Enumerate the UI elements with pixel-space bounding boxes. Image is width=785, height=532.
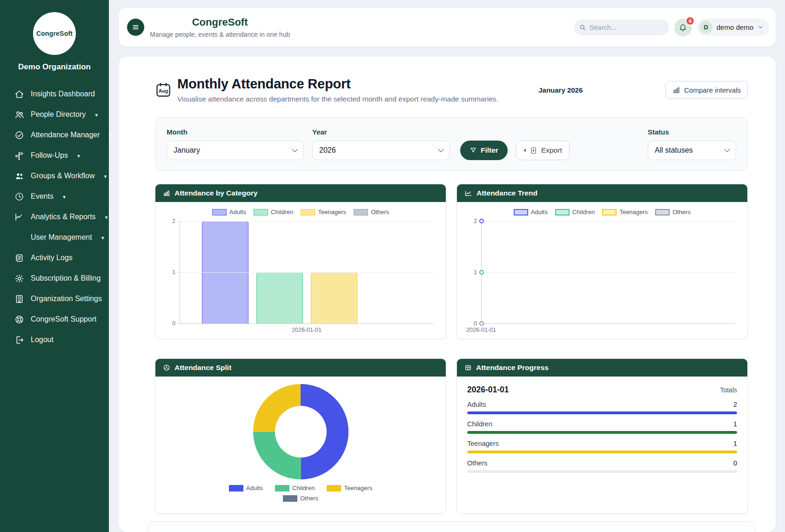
bar-teenagers bbox=[311, 272, 357, 323]
legend-item-children: Children bbox=[275, 485, 315, 492]
month-value: January bbox=[174, 146, 200, 155]
sidebar-item-logout[interactable]: Logout bbox=[0, 330, 109, 350]
y-tick-label: 1 bbox=[467, 269, 477, 276]
donut-legend: AdultsChildrenTeenagersOthers bbox=[221, 485, 381, 502]
card-header: Attendance by Category bbox=[155, 184, 446, 202]
sidebar-item-groups-workflow[interactable]: Groups & Workflow bbox=[0, 166, 109, 186]
progress-row-value: 2 bbox=[733, 401, 737, 408]
legend-label: Teenagers bbox=[344, 485, 372, 492]
attendance-by-category-card: Attendance by Category AdultsChildrenTee… bbox=[155, 184, 446, 339]
progress-row-label: Others bbox=[467, 459, 488, 467]
chevron-down-icon bbox=[92, 110, 98, 119]
legend-label: Others bbox=[300, 495, 318, 502]
sidebar-item-follow-ups[interactable]: Follow-Ups bbox=[0, 145, 109, 166]
search-input[interactable] bbox=[590, 24, 664, 31]
legend-item-others: Others bbox=[655, 209, 691, 215]
notifications-button[interactable]: 4 bbox=[674, 19, 692, 36]
sidebar-item-analytics-reports[interactable]: Analytics & Reports bbox=[0, 207, 109, 227]
user-name: demo demo bbox=[717, 23, 753, 31]
sidebar-item-activity-logs[interactable]: Activity Logs bbox=[0, 248, 109, 268]
progress-row-teenagers: Teenagers1 bbox=[467, 440, 737, 453]
export-button-label: Export bbox=[541, 146, 562, 155]
export-button[interactable]: Export bbox=[516, 141, 570, 160]
sidebar-item-attendance-manager[interactable]: Attendance Manager bbox=[0, 125, 109, 145]
status-select[interactable]: All statuses bbox=[648, 141, 736, 160]
sidebar-item-label: Groups & Workflow bbox=[31, 172, 95, 180]
user-menu[interactable]: D demo demo bbox=[697, 19, 769, 36]
svg-text:Aug: Aug bbox=[159, 88, 168, 94]
status-label: Status bbox=[648, 128, 736, 136]
search-box[interactable] bbox=[574, 20, 669, 35]
filter-panel: Month January Year 2026 Filter bbox=[155, 117, 748, 171]
gridline bbox=[180, 272, 434, 273]
year-label: Year bbox=[312, 128, 450, 136]
bar-chart: AdultsChildrenTeenagersOthers 210 2026-0… bbox=[155, 202, 446, 339]
progress-row-children: Children1 bbox=[467, 420, 737, 434]
data-point-children bbox=[479, 270, 484, 275]
next-section-card bbox=[148, 521, 756, 532]
chevron-down-icon bbox=[102, 213, 108, 221]
charts-grid: Attendance by Category AdultsChildrenTee… bbox=[155, 184, 748, 514]
legend-item-others: Others bbox=[354, 209, 389, 215]
sidebar-item-label: Attendance Manager bbox=[31, 131, 100, 139]
sidebar-item-organization-settings[interactable]: Organization Settings bbox=[0, 289, 109, 309]
topbar-actions: 4 D demo demo bbox=[574, 19, 769, 36]
sidebar-item-people-directory[interactable]: People Directory bbox=[0, 104, 109, 125]
y-tick-mark bbox=[178, 221, 180, 222]
sidebar-item-subscription-billing[interactable]: Subscription & Billing bbox=[0, 268, 109, 289]
chevron-down-icon bbox=[74, 151, 80, 160]
home-icon bbox=[14, 89, 24, 99]
filter-button[interactable]: Filter bbox=[460, 141, 508, 160]
trend-chart: AdultsChildrenTeenagersOthers 210 2026-0… bbox=[457, 202, 747, 339]
sidebar-item-events[interactable]: Events bbox=[0, 186, 109, 207]
year-value: 2026 bbox=[319, 146, 336, 155]
notification-badge: 4 bbox=[685, 16, 695, 26]
legend-swatch bbox=[327, 485, 341, 492]
calendar-icon: Aug bbox=[155, 81, 172, 98]
chevron-down-icon bbox=[99, 233, 104, 242]
legend-label: Others bbox=[672, 209, 691, 215]
logout-icon bbox=[14, 335, 24, 345]
legend-swatch bbox=[275, 485, 289, 492]
gridline bbox=[482, 272, 735, 273]
y-tick-label: 0 bbox=[467, 320, 477, 327]
sidebar-nav: Insights Dashboard People Directory Atte… bbox=[0, 84, 109, 350]
avatar: D bbox=[700, 21, 712, 34]
y-tick-mark bbox=[178, 323, 180, 324]
sidebar-item-insights-dashboard[interactable]: Insights Dashboard bbox=[0, 84, 109, 104]
data-point-adults bbox=[479, 219, 484, 223]
chevron-down-icon bbox=[758, 24, 764, 30]
sidebar-item-label: Activity Logs bbox=[31, 254, 73, 262]
progress-table: 2026-01-01 Totals Adults2Children1Teenag… bbox=[457, 377, 747, 481]
clock-icon bbox=[14, 191, 24, 202]
progress-row-head: Teenagers1 bbox=[467, 440, 737, 447]
chevron-down-icon bbox=[101, 172, 107, 180]
x-tick-label: 2026-01-01 bbox=[292, 327, 322, 333]
hamburger-menu-button[interactable] bbox=[127, 19, 144, 36]
year-select[interactable]: 2026 bbox=[312, 141, 450, 160]
sidebar-item-label: User Management bbox=[31, 233, 92, 242]
progress-row-adults: Adults2 bbox=[467, 401, 737, 414]
compare-intervals-button[interactable]: Compare intervals bbox=[665, 81, 748, 99]
legend-label: Teenagers bbox=[318, 209, 346, 215]
line-chart-icon bbox=[464, 189, 472, 197]
page-title: Monthly Attendance Report bbox=[177, 76, 498, 92]
sidebar-item-user-management[interactable]: User Management bbox=[0, 227, 109, 248]
signpost-icon bbox=[14, 150, 24, 161]
bar-chart-legend: AdultsChildrenTeenagersOthers bbox=[163, 209, 438, 215]
hamburger-icon bbox=[132, 23, 140, 31]
progress-row-label: Adults bbox=[467, 401, 486, 408]
month-select[interactable]: January bbox=[167, 141, 304, 160]
legend-swatch bbox=[301, 209, 315, 215]
card-header: Attendance Progress bbox=[457, 359, 747, 377]
triangle-left-icon bbox=[523, 148, 526, 152]
org-name: Demo Organization bbox=[4, 62, 105, 72]
bar-x-axis: 2026-01-01 bbox=[180, 327, 434, 335]
top-bar: CongreSoft Manage people, events & atten… bbox=[119, 8, 776, 47]
sidebar-item-congresoft-support[interactable]: CongreSoft Support bbox=[0, 309, 109, 330]
progress-bar-fill bbox=[467, 411, 737, 414]
gridline bbox=[180, 221, 434, 222]
y-tick-label: 1 bbox=[165, 269, 175, 276]
search-icon bbox=[579, 24, 586, 31]
legend-label: Children bbox=[271, 209, 293, 215]
